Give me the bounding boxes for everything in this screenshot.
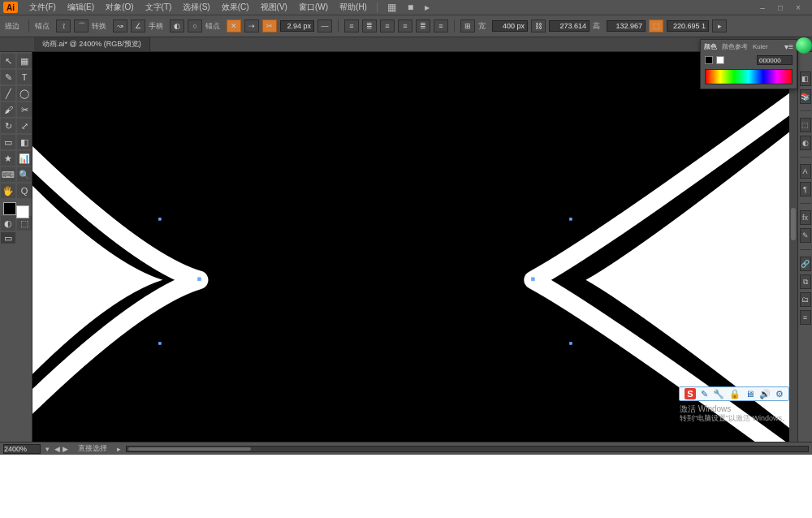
- tab-color-guide[interactable]: 颜色参考: [722, 42, 748, 51]
- bridge-icon[interactable]: ▦: [382, 1, 401, 14]
- constrain-btn[interactable]: ⬚: [649, 19, 663, 32]
- tool-hand[interactable]: 🖐: [1, 183, 15, 198]
- tray-pen-icon[interactable]: ✎: [701, 389, 708, 399]
- panel-gradient-icon[interactable]: ◐: [800, 136, 811, 150]
- tray-sound-icon[interactable]: 🔊: [759, 389, 771, 399]
- tool-graph[interactable]: 📊: [17, 151, 32, 166]
- color-panel[interactable]: 颜色 颜色参考 Kuler ▾≡: [700, 39, 797, 89]
- align-right-btn[interactable]: ≡: [380, 19, 395, 32]
- stroke-style-btn[interactable]: —: [317, 19, 332, 32]
- tool-magnify[interactable]: Q: [17, 183, 32, 198]
- tool-artboard[interactable]: ⌨: [1, 167, 15, 182]
- panel-swatches-icon[interactable]: 📚: [800, 89, 811, 104]
- stroke-swatch[interactable]: [16, 205, 29, 218]
- color-spectrum[interactable]: [705, 69, 793, 84]
- more-options-btn[interactable]: ▸: [712, 19, 727, 32]
- cut-path-btn[interactable]: ✂: [262, 19, 277, 32]
- panel-color-icon[interactable]: ◧: [800, 71, 811, 86]
- handle-hide-btn[interactable]: ○: [188, 19, 202, 32]
- tool-scissors[interactable]: ✂: [17, 102, 32, 117]
- menu-object[interactable]: 对象(O): [101, 1, 138, 14]
- panel-appearance-icon[interactable]: fx: [800, 210, 811, 225]
- menu-edit[interactable]: 编辑(E): [63, 1, 99, 14]
- align-left-btn[interactable]: ≡: [344, 19, 359, 32]
- input-method-toolbar[interactable]: S ✎ 🔧 🔒 🖥 🔊 ⚙: [679, 386, 789, 401]
- connect-anchor-btn[interactable]: ⇢: [244, 19, 259, 32]
- tool-shape[interactable]: ◯: [17, 86, 32, 101]
- tool-line[interactable]: ╱: [1, 86, 15, 101]
- tray-gear-icon[interactable]: ⚙: [775, 389, 784, 399]
- align-bottom-btn[interactable]: ≡: [434, 19, 448, 32]
- menu-view[interactable]: 视图(V): [256, 1, 292, 14]
- fill-stroke-swatch[interactable]: [1, 200, 32, 221]
- tool-selection[interactable]: ↖: [1, 54, 15, 68]
- zoom-input[interactable]: [3, 444, 41, 454]
- tool-scale[interactable]: ⤢: [17, 119, 32, 133]
- panel-more-icon[interactable]: ≡: [800, 310, 811, 325]
- coord-input[interactable]: [667, 20, 709, 32]
- tray-tool-icon[interactable]: 🔧: [713, 389, 724, 399]
- panel-menu-icon[interactable]: ▾≡: [784, 42, 793, 51]
- panel-graphicstyle-icon[interactable]: ✎: [800, 228, 811, 243]
- panel-paragraph-icon[interactable]: ¶: [800, 182, 811, 196]
- sogou-icon[interactable]: S: [685, 388, 696, 399]
- convert-corner-btn[interactable]: ∠: [131, 19, 145, 32]
- screen-mode-btn[interactable]: ▭: [1, 232, 15, 244]
- panel-stroke-icon[interactable]: ⬚: [800, 118, 811, 132]
- anchor-convert-btn-2[interactable]: ⌒: [74, 19, 89, 32]
- anchor-convert-btn-1[interactable]: ⟟: [56, 19, 71, 32]
- artboard-canvas[interactable]: S ✎ 🔧 🔒 🖥 🔊 ⚙ 激活 Windows 转到“电脑设置”以激活 Win…: [32, 52, 797, 442]
- close-button[interactable]: ×: [793, 3, 804, 12]
- tool-gradient[interactable]: ◧: [17, 135, 32, 149]
- tool-rotate[interactable]: ↻: [1, 119, 15, 133]
- panel-character-icon[interactable]: A: [800, 164, 811, 179]
- tool-type[interactable]: T: [17, 70, 32, 84]
- layout-icon[interactable]: ■: [403, 1, 418, 14]
- mid-input[interactable]: [549, 20, 590, 32]
- tool-pen[interactable]: ✎: [1, 70, 15, 84]
- zoom-dropdown-icon[interactable]: ▾: [45, 445, 50, 453]
- panel-artboards-icon[interactable]: 🗂: [800, 292, 811, 307]
- mini-fill-swatch[interactable]: [705, 56, 713, 64]
- tool-symbol[interactable]: ★: [1, 151, 15, 166]
- arrange-icon[interactable]: ▸: [420, 1, 434, 14]
- user-presence-icon[interactable]: [796, 37, 812, 54]
- menu-select[interactable]: 选择(S): [178, 1, 214, 14]
- vertical-scrollbar[interactable]: [789, 52, 797, 442]
- maximize-button[interactable]: □: [775, 3, 786, 12]
- tool-directselect[interactable]: ▦: [17, 54, 32, 68]
- tab-kuler[interactable]: Kuler: [753, 43, 768, 50]
- tool-rect[interactable]: ▭: [1, 135, 15, 149]
- link-wh-btn[interactable]: ⛓: [531, 19, 546, 32]
- tray-screen-icon[interactable]: 🖥: [745, 389, 754, 399]
- transform-ref-btn[interactable]: ⊞: [460, 19, 475, 32]
- align-top-btn[interactable]: ≡: [398, 19, 412, 32]
- remove-anchor-btn[interactable]: ✕: [227, 19, 241, 32]
- convert-smooth-btn[interactable]: ↝: [113, 19, 127, 32]
- menu-type[interactable]: 文字(T): [140, 1, 177, 14]
- align-vcenter-btn[interactable]: ≣: [416, 19, 430, 32]
- minimize-button[interactable]: –: [757, 3, 768, 12]
- menu-file[interactable]: 文件(F): [24, 1, 61, 14]
- tool-brush[interactable]: 🖌: [1, 102, 15, 117]
- artboard-nav[interactable]: ◀ ▶: [54, 445, 68, 453]
- document-tab[interactable]: 动画.ai* @ 2400% (RGB/预览): [34, 37, 150, 51]
- menu-help[interactable]: 帮助(H): [335, 1, 372, 14]
- mini-stroke-swatch[interactable]: [716, 56, 724, 64]
- panel-layers-icon[interactable]: ⧉: [800, 274, 811, 289]
- status-dropdown-icon[interactable]: ▸: [117, 445, 121, 453]
- hex-input[interactable]: [757, 55, 793, 65]
- fill-swatch[interactable]: [3, 202, 16, 215]
- horizontal-scrollbar[interactable]: [126, 446, 809, 452]
- handle-show-btn[interactable]: ◐: [170, 19, 184, 32]
- align-hcenter-btn[interactable]: ≣: [362, 19, 377, 32]
- width-input[interactable]: [492, 20, 528, 32]
- menu-window[interactable]: 窗口(W): [294, 1, 333, 14]
- stroke-width-input[interactable]: [280, 20, 314, 32]
- height-input[interactable]: [607, 20, 646, 32]
- panel-links-icon[interactable]: 🔗: [800, 257, 811, 271]
- tab-color[interactable]: 颜色: [704, 42, 717, 51]
- tool-zoom[interactable]: 🔍: [17, 167, 32, 182]
- menu-effect[interactable]: 效果(C): [217, 1, 254, 14]
- tray-lock-icon[interactable]: 🔒: [729, 389, 741, 399]
